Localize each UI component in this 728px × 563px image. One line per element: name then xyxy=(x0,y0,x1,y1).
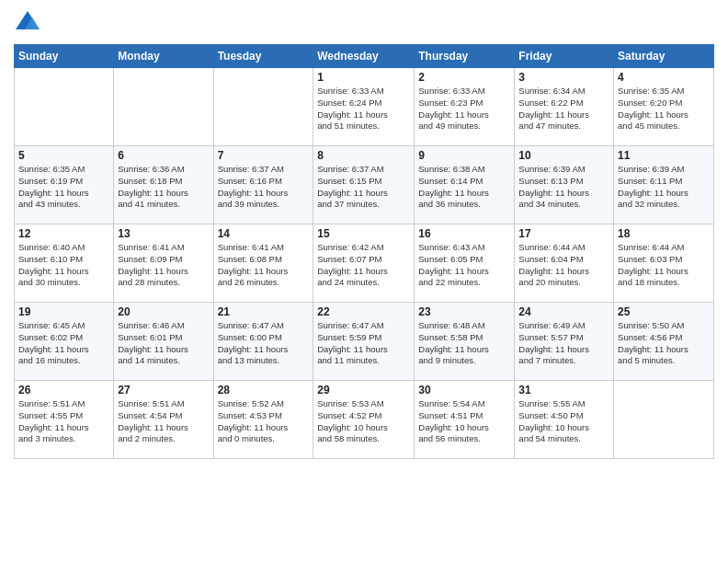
day-info: Sunrise: 6:49 AM Sunset: 5:57 PM Dayligh… xyxy=(518,320,609,367)
day-number: 12 xyxy=(18,227,109,240)
calendar-week-row: 26Sunrise: 5:51 AM Sunset: 4:55 PM Dayli… xyxy=(15,381,714,459)
day-info: Sunrise: 6:35 AM Sunset: 6:20 PM Dayligh… xyxy=(618,86,710,132)
day-number: 13 xyxy=(118,227,209,240)
calendar-cell: 6Sunrise: 6:36 AM Sunset: 6:18 PM Daylig… xyxy=(114,146,213,224)
day-info: Sunrise: 6:46 AM Sunset: 6:01 PM Dayligh… xyxy=(118,320,209,367)
day-number: 24 xyxy=(518,305,609,318)
day-info: Sunrise: 6:40 AM Sunset: 6:10 PM Dayligh… xyxy=(18,242,109,289)
day-info: Sunrise: 6:34 AM Sunset: 6:22 PM Dayligh… xyxy=(518,86,609,132)
day-info: Sunrise: 6:41 AM Sunset: 6:09 PM Dayligh… xyxy=(118,242,209,289)
day-info: Sunrise: 5:53 AM Sunset: 4:52 PM Dayligh… xyxy=(317,398,410,445)
day-number: 29 xyxy=(317,384,410,396)
day-info: Sunrise: 6:41 AM Sunset: 6:08 PM Dayligh… xyxy=(218,242,310,289)
day-info: Sunrise: 6:37 AM Sunset: 6:15 PM Dayligh… xyxy=(317,164,410,211)
day-number: 23 xyxy=(418,305,510,318)
day-number: 11 xyxy=(618,149,710,162)
calendar-cell: 7Sunrise: 6:37 AM Sunset: 6:16 PM Daylig… xyxy=(213,146,313,224)
day-number: 9 xyxy=(418,149,510,162)
calendar-week-row: 19Sunrise: 6:45 AM Sunset: 6:02 PM Dayli… xyxy=(15,303,714,381)
day-number: 22 xyxy=(317,305,410,318)
day-number: 20 xyxy=(118,305,209,318)
day-info: Sunrise: 6:39 AM Sunset: 6:11 PM Dayligh… xyxy=(618,164,710,211)
day-number: 8 xyxy=(317,149,410,162)
calendar-cell: 20Sunrise: 6:46 AM Sunset: 6:01 PM Dayli… xyxy=(114,303,213,381)
day-number: 25 xyxy=(618,305,710,318)
day-info: Sunrise: 6:36 AM Sunset: 6:18 PM Dayligh… xyxy=(118,164,209,211)
day-number: 1 xyxy=(317,71,410,84)
day-info: Sunrise: 6:37 AM Sunset: 6:16 PM Dayligh… xyxy=(218,164,310,211)
day-info: Sunrise: 5:51 AM Sunset: 4:54 PM Dayligh… xyxy=(118,398,209,445)
day-info: Sunrise: 5:54 AM Sunset: 4:51 PM Dayligh… xyxy=(418,398,510,445)
day-number: 2 xyxy=(418,71,510,84)
calendar-cell: 26Sunrise: 5:51 AM Sunset: 4:55 PM Dayli… xyxy=(15,381,114,459)
calendar-cell: 16Sunrise: 6:43 AM Sunset: 6:05 PM Dayli… xyxy=(415,224,515,303)
calendar-cell: 29Sunrise: 5:53 AM Sunset: 4:52 PM Dayli… xyxy=(313,381,415,459)
header xyxy=(14,9,714,37)
day-header-thursday: Thursday xyxy=(415,45,515,68)
calendar-week-row: 12Sunrise: 6:40 AM Sunset: 6:10 PM Dayli… xyxy=(15,224,714,303)
day-number: 21 xyxy=(218,305,310,318)
calendar-cell xyxy=(213,68,313,146)
day-number: 3 xyxy=(518,71,609,84)
day-header-monday: Monday xyxy=(114,45,213,68)
calendar-cell: 5Sunrise: 6:35 AM Sunset: 6:19 PM Daylig… xyxy=(15,146,114,224)
day-info: Sunrise: 6:44 AM Sunset: 6:03 PM Dayligh… xyxy=(618,242,710,289)
day-number: 6 xyxy=(118,149,209,162)
calendar-cell: 28Sunrise: 5:52 AM Sunset: 4:53 PM Dayli… xyxy=(213,381,313,459)
day-info: Sunrise: 6:47 AM Sunset: 5:59 PM Dayligh… xyxy=(317,320,410,367)
calendar-cell xyxy=(114,68,213,146)
day-info: Sunrise: 5:52 AM Sunset: 4:53 PM Dayligh… xyxy=(218,398,310,445)
calendar-cell: 2Sunrise: 6:33 AM Sunset: 6:23 PM Daylig… xyxy=(415,68,515,146)
day-number: 28 xyxy=(218,384,310,396)
day-number: 27 xyxy=(118,384,209,396)
day-number: 5 xyxy=(18,149,109,162)
day-info: Sunrise: 6:43 AM Sunset: 6:05 PM Dayligh… xyxy=(418,242,510,289)
calendar-cell: 10Sunrise: 6:39 AM Sunset: 6:13 PM Dayli… xyxy=(515,146,614,224)
day-number: 15 xyxy=(317,227,410,240)
day-info: Sunrise: 5:51 AM Sunset: 4:55 PM Dayligh… xyxy=(18,398,109,445)
calendar-header-row: SundayMondayTuesdayWednesdayThursdayFrid… xyxy=(15,45,714,68)
day-info: Sunrise: 6:42 AM Sunset: 6:07 PM Dayligh… xyxy=(317,242,410,289)
day-info: Sunrise: 6:35 AM Sunset: 6:19 PM Dayligh… xyxy=(18,164,109,211)
calendar-cell: 30Sunrise: 5:54 AM Sunset: 4:51 PM Dayli… xyxy=(415,381,515,459)
calendar-table: SundayMondayTuesdayWednesdayThursdayFrid… xyxy=(14,44,714,459)
day-info: Sunrise: 5:55 AM Sunset: 4:50 PM Dayligh… xyxy=(518,398,609,445)
day-number: 10 xyxy=(518,149,609,162)
calendar-page: SundayMondayTuesdayWednesdayThursdayFrid… xyxy=(0,0,728,563)
calendar-cell: 21Sunrise: 6:47 AM Sunset: 6:00 PM Dayli… xyxy=(213,303,313,381)
day-number: 17 xyxy=(518,227,609,240)
logo xyxy=(14,9,45,37)
day-number: 19 xyxy=(18,305,109,318)
calendar-cell: 15Sunrise: 6:42 AM Sunset: 6:07 PM Dayli… xyxy=(313,224,415,303)
day-info: Sunrise: 6:33 AM Sunset: 6:24 PM Dayligh… xyxy=(317,86,410,132)
day-number: 26 xyxy=(18,384,109,396)
day-info: Sunrise: 6:48 AM Sunset: 5:58 PM Dayligh… xyxy=(418,320,510,367)
day-info: Sunrise: 6:33 AM Sunset: 6:23 PM Dayligh… xyxy=(418,86,510,132)
calendar-cell: 11Sunrise: 6:39 AM Sunset: 6:11 PM Dayli… xyxy=(614,146,714,224)
day-number: 14 xyxy=(218,227,310,240)
calendar-cell: 24Sunrise: 6:49 AM Sunset: 5:57 PM Dayli… xyxy=(515,303,614,381)
calendar-cell: 12Sunrise: 6:40 AM Sunset: 6:10 PM Dayli… xyxy=(15,224,114,303)
day-header-saturday: Saturday xyxy=(614,45,714,68)
calendar-cell: 27Sunrise: 5:51 AM Sunset: 4:54 PM Dayli… xyxy=(114,381,213,459)
calendar-cell: 17Sunrise: 6:44 AM Sunset: 6:04 PM Dayli… xyxy=(515,224,614,303)
day-number: 30 xyxy=(418,384,510,396)
day-number: 31 xyxy=(518,384,609,396)
calendar-cell: 4Sunrise: 6:35 AM Sunset: 6:20 PM Daylig… xyxy=(614,68,714,146)
day-info: Sunrise: 6:45 AM Sunset: 6:02 PM Dayligh… xyxy=(18,320,109,367)
day-number: 4 xyxy=(618,71,710,84)
calendar-cell: 23Sunrise: 6:48 AM Sunset: 5:58 PM Dayli… xyxy=(415,303,515,381)
calendar-week-row: 1Sunrise: 6:33 AM Sunset: 6:24 PM Daylig… xyxy=(15,68,714,146)
day-info: Sunrise: 6:44 AM Sunset: 6:04 PM Dayligh… xyxy=(518,242,609,289)
calendar-cell: 31Sunrise: 5:55 AM Sunset: 4:50 PM Dayli… xyxy=(515,381,614,459)
calendar-cell: 22Sunrise: 6:47 AM Sunset: 5:59 PM Dayli… xyxy=(313,303,415,381)
day-number: 16 xyxy=(418,227,510,240)
day-number: 18 xyxy=(618,227,710,240)
day-info: Sunrise: 6:38 AM Sunset: 6:14 PM Dayligh… xyxy=(418,164,510,211)
day-number: 7 xyxy=(218,149,310,162)
calendar-cell: 8Sunrise: 6:37 AM Sunset: 6:15 PM Daylig… xyxy=(313,146,415,224)
day-info: Sunrise: 5:50 AM Sunset: 4:56 PM Dayligh… xyxy=(618,320,710,367)
calendar-cell: 9Sunrise: 6:38 AM Sunset: 6:14 PM Daylig… xyxy=(415,146,515,224)
logo-icon xyxy=(14,9,41,37)
calendar-cell xyxy=(614,381,714,459)
